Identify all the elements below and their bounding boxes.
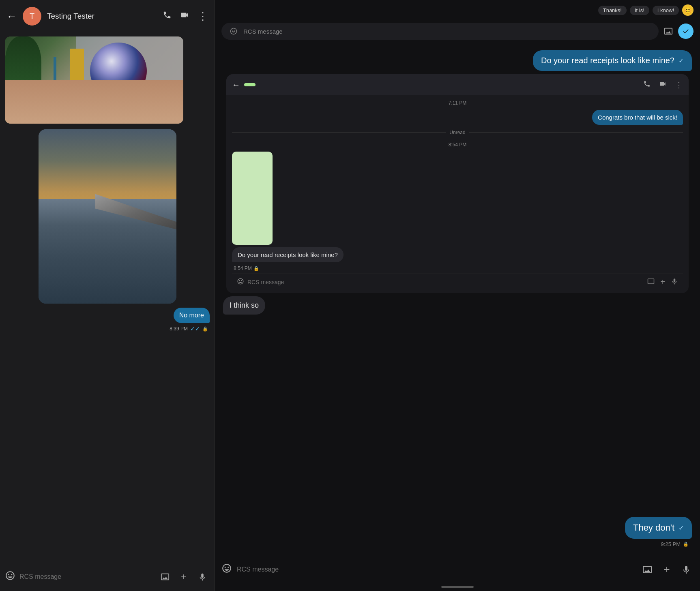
bubble-check-icon: ✓ [679, 57, 684, 64]
emoji-chip: 😊 [682, 4, 694, 16]
phone-icon[interactable] [163, 11, 172, 22]
add-button-right[interactable]: + [659, 562, 674, 577]
send-button-top[interactable] [678, 24, 694, 39]
inner-messages: 7:11 PM Congrats bro that will be sick! … [226, 95, 689, 293]
inner-contact-name [244, 83, 256, 86]
gallery-button-right[interactable] [640, 562, 655, 577]
svg-point-0 [231, 28, 237, 34]
inner-in-time: 8:54 PM 🔒 [234, 266, 683, 271]
left-chat-panel: ← T Testing Tester ⋮ [0, 0, 215, 591]
inner-chat-window: ← ⋮ 7:11 PM Congrats bro that will be si… [226, 74, 689, 293]
inner-lock-icon: 🔒 [253, 266, 259, 271]
right-sub-header: RCS message [215, 20, 700, 44]
quick-reply-itis[interactable]: It is! [630, 6, 649, 15]
out-lock-icon: 🔒 [683, 542, 689, 547]
right-chat-panel: Thanks! It is! I know! 😊 RCS message Do … [215, 0, 700, 591]
rcs-input-top: RCS message [221, 23, 659, 40]
avatar: T [23, 7, 41, 26]
inner-emoji-btn[interactable] [237, 278, 244, 287]
more-options-icon[interactable]: ⋮ [198, 10, 208, 23]
right-message-input[interactable] [237, 566, 635, 573]
header-icons: ⋮ [163, 10, 208, 23]
inner-in-bubble-question: Do your read receipts look like mine? [232, 247, 344, 262]
inner-more-icon[interactable]: ⋮ [675, 80, 683, 90]
outgoing-theydont: They don't ✓ [625, 517, 692, 539]
emoji-button-left[interactable] [5, 570, 15, 583]
quick-replies-bar: Thanks! It is! I know! 😊 [215, 0, 700, 20]
inner-add-btn[interactable]: + [660, 277, 665, 287]
mic-button-left[interactable] [195, 570, 210, 584]
inner-phone-icon[interactable] [643, 80, 651, 89]
timestamp-854: 8:54 PM [232, 142, 683, 148]
message-time-row: 8:39 PM ✓✓ 🔒 [170, 325, 208, 332]
left-message-input[interactable] [19, 573, 154, 580]
left-header: ← T Testing Tester ⋮ [0, 0, 215, 32]
emoji-button-right[interactable] [221, 563, 232, 576]
unread-divider: Unread [232, 130, 683, 135]
outgoing-no-more: No more [174, 308, 210, 323]
rcs-input-placeholder: RCS message [243, 28, 653, 35]
back-button[interactable]: ← [6, 10, 17, 23]
inner-back-button[interactable]: ← [232, 80, 240, 90]
airplane-photo [39, 129, 176, 304]
inner-message-input[interactable] [247, 279, 644, 285]
out-time-row-925: 9:25 PM 🔒 [661, 541, 689, 547]
double-check-icon: ✓✓ [190, 325, 200, 332]
gallery-button-left[interactable] [158, 570, 172, 584]
inner-chat-header: ← ⋮ [226, 74, 689, 95]
timestamp-711: 7:11 PM [232, 100, 683, 106]
left-input-bar: + [0, 562, 215, 591]
art-photo [5, 36, 183, 124]
contact-name: Testing Tester [47, 12, 157, 21]
left-messages-area: No more 8:39 PM ✓✓ 🔒 [0, 32, 215, 562]
inner-mic-btn[interactable] [671, 278, 678, 287]
inner-input-bar: + [232, 274, 683, 290]
scroll-indicator [441, 586, 474, 588]
video-call-icon[interactable] [180, 11, 189, 22]
right-messages-area: Do your read receipts look like mine? ✓ … [215, 44, 700, 554]
inner-gallery-btn[interactable] [647, 278, 655, 287]
outgoing-big-bubble: Do your read receipts look like mine? ✓ [533, 50, 692, 71]
inner-out-bubble-congrats: Congrats bro that will be sick! [592, 110, 683, 125]
add-button-left[interactable]: + [176, 570, 191, 584]
mic-button-right[interactable] [679, 562, 694, 577]
quick-reply-iknow[interactable]: I know! [653, 6, 679, 15]
gallery-icon-top[interactable] [662, 25, 675, 38]
inner-video-icon[interactable] [659, 80, 667, 89]
quick-reply-thanks[interactable]: Thanks! [598, 6, 627, 15]
inner-image-placeholder [232, 152, 273, 245]
theydont-check-icon: ✓ [679, 524, 684, 532]
right-input-bar: + [215, 554, 700, 585]
incoming-ithinkso: I think so [223, 296, 265, 315]
lock-icon: 🔒 [202, 326, 208, 332]
rcs-emoji-icon[interactable] [227, 25, 240, 38]
